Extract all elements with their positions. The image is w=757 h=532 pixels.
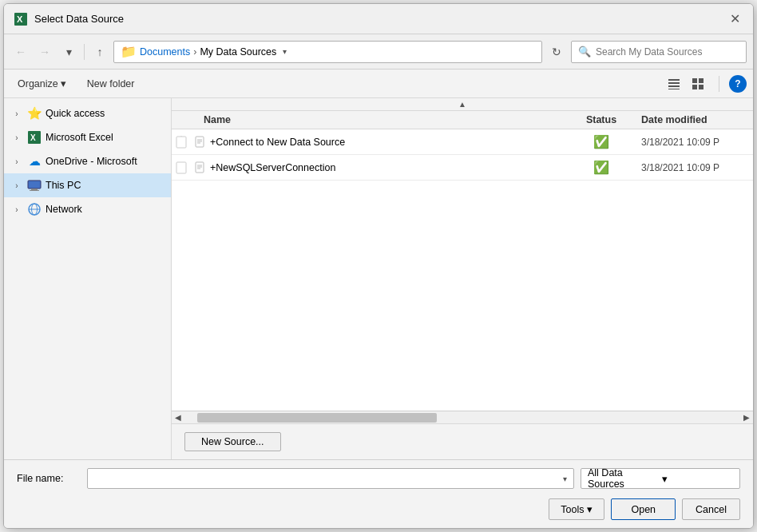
svg-rect-13 <box>31 189 38 190</box>
file-list: Name Status Date modified <box>172 111 753 411</box>
horizontal-scrollbar[interactable]: ◀ ▶ <box>172 411 753 423</box>
list-view-button[interactable] <box>663 73 685 94</box>
scroll-left-arrow[interactable]: ◀ <box>172 411 184 424</box>
title-bar-left: X Select Data Source <box>14 12 124 26</box>
sidebar-label-quick-access: Quick access <box>46 108 105 119</box>
svg-text:X: X <box>17 14 23 24</box>
refresh-button[interactable]: ↻ <box>545 41 568 63</box>
column-status: Status <box>561 114 641 125</box>
file-name-1: +Connect to New Data Source <box>210 137 561 148</box>
svg-rect-9 <box>699 85 703 89</box>
new-source-row: New Source... <box>172 423 753 459</box>
file-status-2: ✅ <box>561 160 641 175</box>
filter-dropdown-arrow: ▾ <box>662 473 733 485</box>
svg-rect-18 <box>176 137 186 148</box>
column-name[interactable]: Name <box>172 114 561 125</box>
network-icon <box>26 201 42 217</box>
file-date-1: 3/18/2021 10:09 P <box>641 137 753 148</box>
filter-dropdown[interactable]: All Data Sources ▾ <box>581 468 740 489</box>
view-buttons <box>663 73 709 94</box>
sidebar-label-excel: Microsoft Excel <box>46 132 113 143</box>
expand-icon-network: › <box>10 203 23 216</box>
filter-label: All Data Sources <box>588 467 659 490</box>
file-check-1 <box>172 136 191 149</box>
close-button[interactable]: ✕ <box>726 10 743 28</box>
svg-rect-7 <box>699 78 703 83</box>
expand-icon-thispc: › <box>10 179 23 192</box>
content-area: ▲ Name Status Date modified <box>172 98 753 459</box>
toolbar: Organize ▾ New folder <box>4 69 753 98</box>
organize-button[interactable]: Organize ▾ <box>10 74 73 93</box>
expand-icon-excel: › <box>10 131 23 144</box>
file-name-input-container: ▾ <box>87 468 574 489</box>
breadcrumb-folder-icon: 📁 <box>121 44 137 59</box>
svg-rect-6 <box>692 78 697 83</box>
nav-separator <box>84 44 85 60</box>
up-button[interactable]: ↑ <box>89 42 110 62</box>
svg-rect-5 <box>668 89 680 89</box>
new-folder-button[interactable]: New folder <box>80 75 142 93</box>
select-data-source-dialog: X Select Data Source ✕ ← → ▾ ↑ 📁 Documen… <box>3 3 754 529</box>
footer-filename-row: File name: ▾ All Data Sources ▾ <box>17 468 740 489</box>
footer-buttons: Tools ▾ Open Cancel <box>17 495 740 520</box>
excel-title-icon: X <box>14 12 28 26</box>
sidebar-item-microsoft-excel[interactable]: › X Microsoft Excel <box>4 125 171 149</box>
collapse-bar[interactable]: ▲ <box>172 98 753 111</box>
svg-rect-3 <box>668 82 680 84</box>
tools-button[interactable]: Tools ▾ <box>549 498 604 520</box>
toolbar-divider <box>719 76 719 92</box>
quick-access-icon: ⭐ <box>26 105 42 121</box>
expand-icon-onedrive: › <box>10 155 23 168</box>
open-button[interactable]: Open <box>611 498 676 520</box>
file-name-dropdown-arrow[interactable]: ▾ <box>563 474 567 483</box>
breadcrumb-part2[interactable]: My Data Sources <box>200 46 276 58</box>
svg-rect-8 <box>692 85 697 89</box>
search-input[interactable] <box>596 46 731 58</box>
svg-rect-4 <box>668 85 680 87</box>
search-icon: 🔍 <box>578 46 591 58</box>
breadcrumb-path: Documents › My Data Sources <box>140 46 276 58</box>
details-view-button[interactable] <box>687 73 709 94</box>
file-name-2: +NewSQLServerConnection <box>210 162 561 173</box>
file-check-2 <box>172 161 191 174</box>
sidebar: › ⭐ Quick access › X Microsoft Excel › ☁… <box>4 98 172 459</box>
file-row[interactable]: +Connect to New Data Source ✅ 3/18/2021 … <box>172 129 753 155</box>
svg-rect-14 <box>30 190 39 191</box>
breadcrumb-expand-arrow[interactable]: ▾ <box>283 47 287 56</box>
column-date-modified[interactable]: Date modified <box>641 114 753 125</box>
breadcrumb[interactable]: 📁 Documents › My Data Sources ▾ <box>113 41 542 63</box>
dialog-title: Select Data Source <box>34 13 124 25</box>
sidebar-item-this-pc[interactable]: › This PC <box>4 173 171 197</box>
file-icon-1 <box>191 136 210 149</box>
file-name-label: File name: <box>17 473 81 484</box>
help-button[interactable]: ? <box>729 75 747 93</box>
scroll-right-arrow[interactable]: ▶ <box>740 411 753 424</box>
forward-button[interactable]: → <box>34 42 55 62</box>
search-box: 🔍 <box>571 41 747 63</box>
breadcrumb-part1[interactable]: Documents <box>140 46 190 58</box>
nav-dropdown-button[interactable]: ▾ <box>58 42 79 62</box>
sidebar-item-quick-access[interactable]: › ⭐ Quick access <box>4 101 171 125</box>
sidebar-item-onedrive[interactable]: › ☁ OneDrive - Microsoft <box>4 149 171 173</box>
scroll-track[interactable] <box>184 411 740 423</box>
svg-rect-2 <box>668 79 680 81</box>
back-button[interactable]: ← <box>10 42 31 62</box>
file-icon-2 <box>191 161 210 174</box>
new-source-button[interactable]: New Source... <box>184 432 281 451</box>
file-row[interactable]: +NewSQLServerConnection ✅ 3/18/2021 10:0… <box>172 155 753 181</box>
sidebar-label-network: Network <box>46 204 82 215</box>
sidebar-item-network[interactable]: › Network <box>4 197 171 221</box>
svg-rect-24 <box>176 162 186 173</box>
file-name-input[interactable] <box>94 473 563 484</box>
svg-text:X: X <box>30 133 36 142</box>
main-area: › ⭐ Quick access › X Microsoft Excel › ☁… <box>4 98 753 459</box>
footer: File name: ▾ All Data Sources ▾ Tools ▾ … <box>4 459 753 528</box>
scroll-thumb[interactable] <box>197 413 437 423</box>
onedrive-icon: ☁ <box>26 153 42 169</box>
file-date-2: 3/18/2021 10:09 P <box>641 162 753 173</box>
cancel-button[interactable]: Cancel <box>682 498 740 520</box>
expand-icon-quick-access: › <box>10 107 23 120</box>
svg-rect-12 <box>28 181 41 189</box>
title-bar: X Select Data Source ✕ <box>4 4 753 34</box>
thispc-icon <box>26 177 42 193</box>
